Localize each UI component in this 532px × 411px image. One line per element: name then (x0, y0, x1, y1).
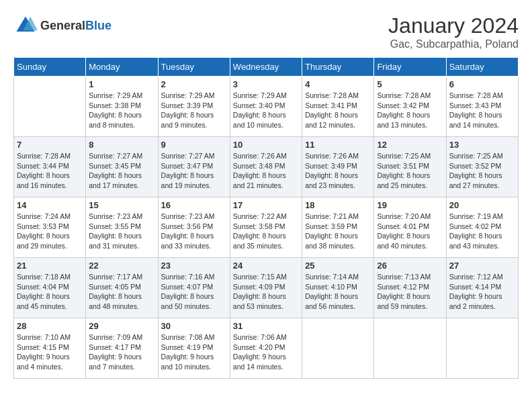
day-info: Sunrise: 7:23 AM Sunset: 3:55 PM Dayligh… (89, 212, 154, 251)
day-number: 27 (449, 261, 515, 271)
day-number: 16 (161, 200, 227, 210)
day-info: Sunrise: 7:23 AM Sunset: 3:56 PM Dayligh… (161, 212, 227, 251)
day-info: Sunrise: 7:27 AM Sunset: 3:45 PM Dayligh… (89, 151, 154, 191)
calendar-header-row: SundayMondayTuesdayWednesdayThursdayFrid… (14, 58, 519, 77)
day-number: 14 (17, 200, 83, 210)
day-number: 30 (161, 321, 227, 331)
day-number: 29 (89, 321, 154, 331)
calendar-cell: 19Sunrise: 7:20 AM Sunset: 4:01 PM Dayli… (374, 197, 446, 258)
calendar-cell: 5Sunrise: 7:28 AM Sunset: 3:42 PM Daylig… (374, 77, 446, 137)
day-info: Sunrise: 7:08 AM Sunset: 4:19 PM Dayligh… (161, 332, 227, 372)
day-number: 31 (233, 321, 299, 331)
calendar-cell: 31Sunrise: 7:06 AM Sunset: 4:20 PM Dayli… (230, 318, 302, 379)
day-info: Sunrise: 7:12 AM Sunset: 4:14 PM Dayligh… (449, 272, 515, 312)
calendar-cell: 14Sunrise: 7:24 AM Sunset: 3:53 PM Dayli… (14, 197, 86, 258)
day-number: 5 (377, 79, 443, 89)
calendar-cell (374, 318, 446, 379)
calendar-cell: 26Sunrise: 7:13 AM Sunset: 4:12 PM Dayli… (374, 258, 446, 318)
day-info: Sunrise: 7:20 AM Sunset: 4:01 PM Dayligh… (377, 212, 443, 251)
calendar-day-header: Wednesday (230, 58, 302, 77)
day-number: 6 (449, 79, 515, 89)
calendar-cell: 13Sunrise: 7:25 AM Sunset: 3:52 PM Dayli… (446, 137, 518, 197)
day-info: Sunrise: 7:26 AM Sunset: 3:49 PM Dayligh… (305, 151, 371, 191)
day-number: 7 (17, 140, 83, 150)
calendar-cell: 17Sunrise: 7:22 AM Sunset: 3:58 PM Dayli… (230, 197, 302, 258)
day-number: 15 (89, 200, 154, 210)
day-info: Sunrise: 7:29 AM Sunset: 3:40 PM Dayligh… (233, 91, 299, 130)
day-info: Sunrise: 7:25 AM Sunset: 3:52 PM Dayligh… (449, 151, 515, 191)
calendar-week-row: 1Sunrise: 7:29 AM Sunset: 3:38 PM Daylig… (14, 77, 519, 137)
day-info: Sunrise: 7:21 AM Sunset: 3:59 PM Dayligh… (305, 212, 371, 251)
day-info: Sunrise: 7:29 AM Sunset: 3:38 PM Dayligh… (89, 91, 154, 130)
day-info: Sunrise: 7:15 AM Sunset: 4:09 PM Dayligh… (233, 272, 299, 312)
calendar-cell: 30Sunrise: 7:08 AM Sunset: 4:19 PM Dayli… (158, 318, 230, 379)
day-info: Sunrise: 7:28 AM Sunset: 3:41 PM Dayligh… (305, 91, 371, 130)
day-info: Sunrise: 7:09 AM Sunset: 4:17 PM Dayligh… (89, 332, 154, 372)
calendar-cell: 6Sunrise: 7:28 AM Sunset: 3:43 PM Daylig… (446, 77, 518, 137)
day-info: Sunrise: 7:14 AM Sunset: 4:10 PM Dayligh… (305, 272, 371, 312)
day-number: 9 (161, 140, 227, 150)
day-info: Sunrise: 7:26 AM Sunset: 3:48 PM Dayligh… (233, 151, 299, 191)
calendar-cell: 29Sunrise: 7:09 AM Sunset: 4:17 PM Dayli… (86, 318, 158, 379)
calendar-cell (446, 318, 518, 379)
calendar-cell: 16Sunrise: 7:23 AM Sunset: 3:56 PM Dayli… (158, 197, 230, 258)
calendar-day-header: Sunday (14, 58, 86, 77)
day-number: 20 (449, 200, 515, 210)
calendar-cell: 15Sunrise: 7:23 AM Sunset: 3:55 PM Dayli… (86, 197, 158, 258)
day-info: Sunrise: 7:28 AM Sunset: 3:44 PM Dayligh… (17, 151, 83, 191)
calendar-cell: 23Sunrise: 7:16 AM Sunset: 4:07 PM Dayli… (158, 258, 230, 318)
day-number: 22 (89, 261, 154, 271)
day-info: Sunrise: 7:22 AM Sunset: 3:58 PM Dayligh… (233, 212, 299, 251)
calendar-cell: 12Sunrise: 7:25 AM Sunset: 3:51 PM Dayli… (374, 137, 446, 197)
day-info: Sunrise: 7:28 AM Sunset: 3:43 PM Dayligh… (449, 91, 515, 130)
calendar-week-row: 14Sunrise: 7:24 AM Sunset: 3:53 PM Dayli… (14, 197, 519, 258)
day-number: 12 (377, 140, 443, 150)
page-subtitle: Gac, Subcarpathia, Poland (388, 38, 519, 50)
day-number: 19 (377, 200, 443, 210)
day-number: 18 (305, 200, 371, 210)
calendar-cell: 20Sunrise: 7:19 AM Sunset: 4:02 PM Dayli… (446, 197, 518, 258)
calendar-cell: 8Sunrise: 7:27 AM Sunset: 3:45 PM Daylig… (86, 137, 158, 197)
day-number: 26 (377, 261, 443, 271)
calendar-cell: 27Sunrise: 7:12 AM Sunset: 4:14 PM Dayli… (446, 258, 518, 318)
day-info: Sunrise: 7:29 AM Sunset: 3:39 PM Dayligh… (161, 91, 227, 130)
day-info: Sunrise: 7:27 AM Sunset: 3:47 PM Dayligh… (161, 151, 227, 191)
calendar-cell: 7Sunrise: 7:28 AM Sunset: 3:44 PM Daylig… (14, 137, 86, 197)
calendar-cell: 22Sunrise: 7:17 AM Sunset: 4:05 PM Dayli… (86, 258, 158, 318)
day-number: 3 (233, 79, 299, 89)
day-info: Sunrise: 7:13 AM Sunset: 4:12 PM Dayligh… (377, 272, 443, 312)
calendar-day-header: Saturday (446, 58, 518, 77)
day-number: 28 (17, 321, 83, 331)
day-number: 11 (305, 140, 371, 150)
page-header: General Blue January 2024 Gac, Subcarpat… (13, 13, 519, 50)
day-number: 25 (305, 261, 371, 271)
day-number: 4 (305, 79, 371, 89)
day-number: 1 (89, 79, 154, 89)
calendar-cell: 25Sunrise: 7:14 AM Sunset: 4:10 PM Dayli… (302, 258, 374, 318)
logo-general: General (40, 19, 85, 33)
day-number: 10 (233, 140, 299, 150)
calendar-week-row: 21Sunrise: 7:18 AM Sunset: 4:04 PM Dayli… (14, 258, 519, 318)
day-info: Sunrise: 7:16 AM Sunset: 4:07 PM Dayligh… (161, 272, 227, 312)
calendar-day-header: Tuesday (158, 58, 230, 77)
logo-blue: Blue (85, 19, 112, 33)
day-info: Sunrise: 7:28 AM Sunset: 3:42 PM Dayligh… (377, 91, 443, 130)
title-block: January 2024 Gac, Subcarpathia, Poland (388, 13, 519, 50)
day-number: 13 (449, 140, 515, 150)
calendar-cell: 11Sunrise: 7:26 AM Sunset: 3:49 PM Dayli… (302, 137, 374, 197)
calendar-day-header: Friday (374, 58, 446, 77)
calendar-cell: 28Sunrise: 7:10 AM Sunset: 4:15 PM Dayli… (14, 318, 86, 379)
calendar-cell: 3Sunrise: 7:29 AM Sunset: 3:40 PM Daylig… (230, 77, 302, 137)
calendar-cell (302, 318, 374, 379)
calendar-cell: 9Sunrise: 7:27 AM Sunset: 3:47 PM Daylig… (158, 137, 230, 197)
logo: General Blue (13, 13, 112, 38)
logo-icon (13, 13, 38, 38)
calendar-cell: 18Sunrise: 7:21 AM Sunset: 3:59 PM Dayli… (302, 197, 374, 258)
calendar-cell: 10Sunrise: 7:26 AM Sunset: 3:48 PM Dayli… (230, 137, 302, 197)
day-info: Sunrise: 7:19 AM Sunset: 4:02 PM Dayligh… (449, 212, 515, 251)
day-number: 2 (161, 79, 227, 89)
calendar-week-row: 7Sunrise: 7:28 AM Sunset: 3:44 PM Daylig… (14, 137, 519, 197)
calendar-cell: 1Sunrise: 7:29 AM Sunset: 3:38 PM Daylig… (86, 77, 158, 137)
day-info: Sunrise: 7:06 AM Sunset: 4:20 PM Dayligh… (233, 332, 299, 372)
calendar-day-header: Thursday (302, 58, 374, 77)
